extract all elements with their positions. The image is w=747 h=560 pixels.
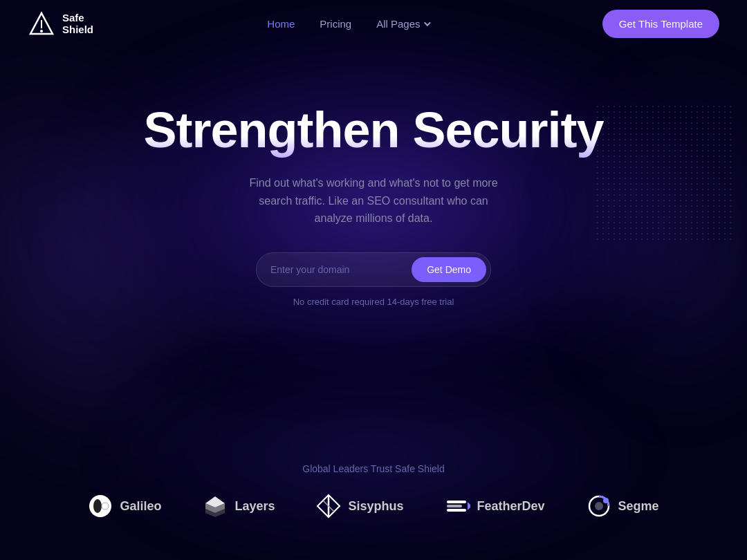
galileo-label: Galileo bbox=[120, 499, 161, 514]
svg-marker-15 bbox=[468, 502, 470, 510]
svg-rect-13 bbox=[447, 505, 462, 507]
nav-links: Home Pricing All Pages bbox=[267, 18, 428, 30]
logo-line2: Shield bbox=[62, 24, 93, 36]
segme-icon bbox=[587, 494, 611, 519]
domain-input[interactable] bbox=[270, 264, 412, 275]
layers-icon bbox=[203, 494, 228, 519]
svg-rect-14 bbox=[447, 509, 466, 512]
logo-text: Safe Shield bbox=[62, 12, 93, 35]
sisyphus-label: Sisyphus bbox=[348, 499, 403, 514]
logo-icon bbox=[28, 10, 55, 38]
galileo-icon bbox=[88, 494, 113, 519]
svg-point-5 bbox=[102, 503, 109, 510]
free-trial-note: No credit card required 14-days free tri… bbox=[28, 297, 719, 307]
nav-link-pricing[interactable]: Pricing bbox=[320, 18, 351, 30]
sisyphus-icon bbox=[316, 494, 341, 519]
logo-line1: Safe bbox=[62, 12, 93, 24]
hero-subtitle: Find out what's working and what's not t… bbox=[242, 174, 505, 227]
svg-point-2 bbox=[40, 30, 43, 32]
nav-link-home[interactable]: Home bbox=[267, 18, 295, 30]
hero-title: Strengthen Security bbox=[28, 103, 719, 158]
segme-label: Segme bbox=[618, 499, 659, 514]
nav-link-all-pages[interactable]: All Pages bbox=[376, 18, 428, 30]
featherdev-icon bbox=[445, 494, 470, 519]
brand-logos-row: Galileo Layers bbox=[0, 494, 747, 519]
svg-point-4 bbox=[93, 499, 102, 513]
brand-segme: Segme bbox=[587, 494, 659, 519]
chevron-down-icon bbox=[424, 19, 431, 26]
brand-sisyphus: Sisyphus bbox=[316, 494, 403, 519]
brand-featherdev: FeatherDev bbox=[445, 494, 545, 519]
page-wrapper: Safe Shield Home Pricing All Pages Get T… bbox=[0, 0, 747, 560]
navbar: Safe Shield Home Pricing All Pages Get T… bbox=[0, 0, 747, 48]
svg-point-18 bbox=[603, 498, 609, 503]
trusted-title: Global Leaders Trust Safe Shield bbox=[0, 463, 747, 474]
svg-point-17 bbox=[595, 502, 603, 510]
layers-label: Layers bbox=[234, 499, 275, 514]
get-demo-button[interactable]: Get Demo bbox=[412, 257, 486, 282]
brand-galileo: Galileo bbox=[88, 494, 161, 519]
brand-layers: Layers bbox=[203, 494, 275, 519]
domain-form: Get Demo bbox=[256, 252, 491, 287]
svg-rect-12 bbox=[447, 501, 466, 503]
featherdev-label: FeatherDev bbox=[477, 499, 545, 514]
get-template-button[interactable]: Get This Template bbox=[602, 10, 719, 38]
trusted-section: Global Leaders Trust Safe Shield Galileo bbox=[0, 463, 747, 519]
logo[interactable]: Safe Shield bbox=[28, 10, 93, 38]
hero-section: Strengthen Security Find out what's work… bbox=[0, 48, 747, 335]
nav-link-all-pages-label: All Pages bbox=[376, 18, 420, 30]
